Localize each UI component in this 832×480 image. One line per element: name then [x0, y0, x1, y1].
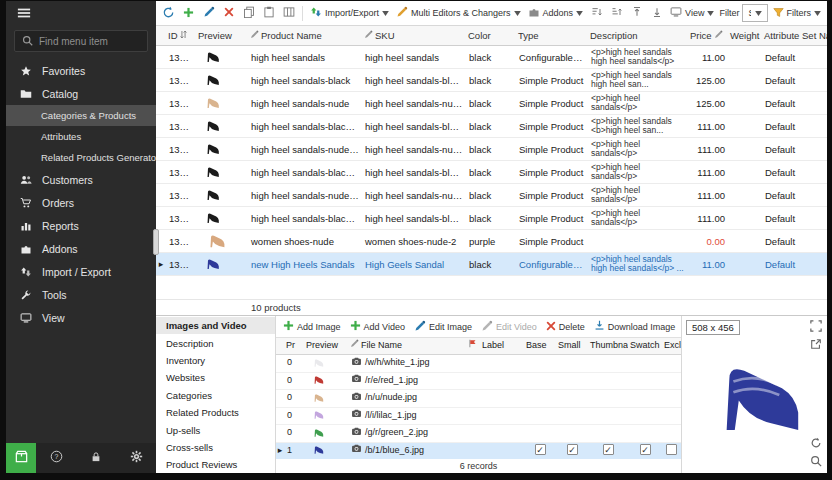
column-header-label: Base: [526, 340, 547, 350]
product-row[interactable]: 13738 high heel sandals-black-37high hee…: [156, 161, 827, 184]
product-row[interactable]: 13731 high heel sandalshigh heel sandals…: [156, 46, 827, 69]
columns-button[interactable]: [280, 5, 297, 22]
column-header-exclude[interactable]: Exclude: [662, 340, 681, 350]
column-header-weight[interactable]: Weight: [728, 30, 762, 41]
filters-menu[interactable]: Filters: [771, 5, 824, 22]
product-row[interactable]: 13817 women shoes-nudewomen shoes-nude-2…: [156, 230, 827, 253]
category-filter-select[interactable]: Show products from selected categories: [742, 4, 767, 22]
sort-asc-button[interactable]: [588, 5, 605, 22]
product-row[interactable]: ▸13931 new High Heels SandalsHigh Geels …: [156, 253, 827, 276]
sidebar-item-reports[interactable]: Reports: [6, 214, 156, 237]
product-row[interactable]: 13733 high heel sandals-nudehigh heel sa…: [156, 92, 827, 115]
column-header-preview[interactable]: Preview: [196, 30, 248, 41]
column-header-label[interactable]: Label: [480, 340, 524, 350]
tab-inventory[interactable]: Inventory: [156, 352, 275, 369]
column-header-preview[interactable]: Preview: [304, 340, 348, 350]
column-header-small[interactable]: Small: [556, 340, 588, 350]
tab-images-and-video[interactable]: Images and Video: [156, 317, 275, 334]
product-row[interactable]: 13739 high heel sandals-nude-37high heel…: [156, 184, 827, 207]
view-menu[interactable]: View: [668, 4, 716, 22]
paste-button[interactable]: [260, 5, 277, 22]
settings-button[interactable]: [116, 443, 156, 473]
move-up-button[interactable]: [628, 5, 645, 22]
swatch-checkbox[interactable]: ✓: [640, 444, 651, 455]
tab-cross-sells[interactable]: Cross-sells: [156, 439, 275, 456]
rotate-button[interactable]: [808, 436, 824, 452]
copy-button[interactable]: [240, 5, 257, 22]
tab-product-reviews[interactable]: Product Reviews: [156, 456, 275, 473]
column-header-type[interactable]: Type: [516, 30, 588, 41]
product-thumbnail: [196, 209, 248, 228]
tab-up-sells[interactable]: Up-sells: [156, 421, 275, 438]
zoom-button[interactable]: [808, 454, 824, 470]
base-checkbox[interactable]: ✓: [535, 444, 546, 455]
thumbnail-checkbox[interactable]: ✓: [603, 444, 614, 455]
tab-related-products[interactable]: Related Products: [156, 404, 275, 421]
column-header-color[interactable]: Color: [466, 30, 516, 41]
hamburger-icon[interactable]: [17, 6, 31, 24]
tab-websites[interactable]: Websites: [156, 369, 275, 386]
add-video-button[interactable]: Add Video: [350, 320, 405, 333]
column-header-pr[interactable]: Pr: [284, 340, 304, 350]
download-image-button[interactable]: Download Image: [594, 320, 676, 333]
column-header-sku[interactable]: SKU: [362, 30, 466, 41]
column-header-id[interactable]: ID: [166, 30, 196, 41]
column-header-file-name[interactable]: File Name: [348, 339, 466, 350]
product-row[interactable]: 13736 high heel sandals-black-36high hee…: [156, 115, 827, 138]
store-manager-logo[interactable]: [6, 443, 36, 473]
image-row[interactable]: ▸1 /b/1/blue_6.jpg✓✓✓✓: [276, 443, 681, 460]
column-header-swatch[interactable]: Swatch: [628, 340, 662, 350]
image-row[interactable]: 0 /r/e/red_1.jpg: [276, 373, 681, 391]
product-row[interactable]: 13737 high heel sandals-nude-36high heel…: [156, 138, 827, 161]
sidebar-item-import-export[interactable]: Import / Export: [6, 260, 156, 283]
sort-desc-button[interactable]: [608, 5, 625, 22]
delete-button[interactable]: [220, 5, 237, 22]
column-header-attribute-set-name[interactable]: Attribute Set Name: [762, 30, 827, 41]
import-export-menu[interactable]: Import/Export: [308, 4, 391, 22]
exclude-checkbox[interactable]: [666, 444, 677, 455]
sidebar-item-addons[interactable]: Addons: [6, 237, 156, 260]
menu-search-input[interactable]: Find menu item: [14, 30, 148, 52]
small-checkbox[interactable]: ✓: [567, 444, 578, 455]
open-external-button[interactable]: [808, 337, 824, 353]
sidebar-item-tools[interactable]: Tools: [6, 283, 156, 306]
sidebar-item-attributes[interactable]: Attributes: [6, 126, 156, 147]
sidebar-splitter-handle[interactable]: [153, 229, 159, 255]
lock-button[interactable]: [76, 443, 116, 473]
sidebar-item-categories-products[interactable]: Categories & Products: [6, 105, 156, 126]
fullscreen-button[interactable]: [808, 319, 824, 335]
column-header-price[interactable]: Price: [688, 30, 728, 41]
image-row[interactable]: 0 /g/r/green_2.jpg: [276, 425, 681, 443]
image-row[interactable]: 0 /n/u/nude.jpg: [276, 390, 681, 408]
sidebar-item-related-products-generator[interactable]: Related Products Generator: [6, 147, 156, 168]
edit-button[interactable]: [200, 5, 217, 22]
column-header-flag[interactable]: [466, 339, 480, 350]
product-row[interactable]: 13732 high heel sandals-blackhigh heel s…: [156, 69, 827, 92]
image-row[interactable]: 0 /l/i/lilac_1.jpg: [276, 408, 681, 426]
multi-editors-changers-menu[interactable]: Multi Editors & Changers: [394, 4, 523, 22]
product-row[interactable]: 13740 high heel sandals-black-38high hee…: [156, 207, 827, 230]
move-down-button[interactable]: [648, 5, 665, 22]
image-small-cell: ✓: [556, 444, 588, 455]
tab-categories[interactable]: Categories: [156, 387, 275, 404]
image-base-cell: ✓: [524, 444, 556, 455]
sidebar-item-catalog[interactable]: Catalog: [6, 82, 156, 105]
sidebar-item-orders[interactable]: Orders: [6, 191, 156, 214]
sidebar-item-customers[interactable]: Customers: [6, 168, 156, 191]
sidebar-item-view[interactable]: View: [6, 306, 156, 329]
edit-image-button[interactable]: Edit Image: [414, 320, 472, 334]
help-button[interactable]: ?: [36, 443, 76, 473]
refresh-button[interactable]: [160, 5, 177, 22]
add-image-button[interactable]: Add Image: [283, 320, 341, 333]
tab-description[interactable]: Description: [156, 334, 275, 351]
column-header-description[interactable]: Description: [588, 30, 688, 41]
addons-menu[interactable]: Addons: [526, 4, 586, 22]
add-button[interactable]: [180, 5, 197, 22]
sidebar-item-favorites[interactable]: Favorites: [6, 59, 156, 82]
column-header-base[interactable]: Base: [524, 340, 556, 350]
column-header-label: Preview: [306, 340, 338, 350]
image-row[interactable]: 0 /w/h/white_1.jpg: [276, 355, 681, 373]
column-header-product-name[interactable]: Product Name: [248, 30, 362, 41]
delete-button[interactable]: Delete: [546, 321, 585, 333]
column-header-thumbna[interactable]: Thumbna: [588, 340, 628, 350]
